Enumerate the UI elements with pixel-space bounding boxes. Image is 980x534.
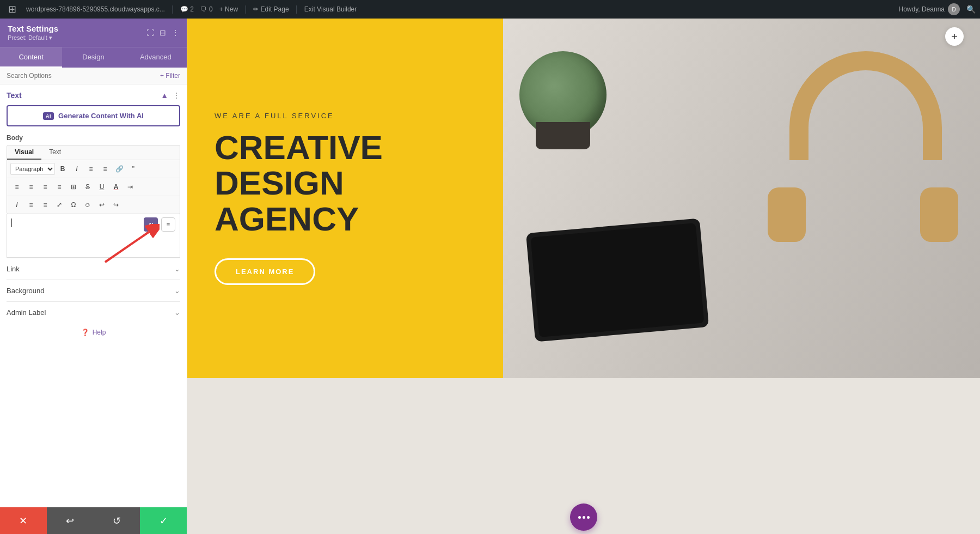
edit-page-button[interactable]: ✏ Edit Page	[253, 5, 289, 13]
editor-toolbar: Visual Text Paragraph B I ≡ ≡ 🔗 " ≡ ≡	[7, 145, 180, 214]
text-section-menu-icon[interactable]: ⋮	[173, 91, 180, 100]
hero-subtitle: WE ARE A FULL SERVICE	[215, 112, 476, 120]
more-options-icon[interactable]: ⋮	[171, 28, 179, 37]
chat-icon[interactable]: 🗨 0	[200, 5, 213, 13]
align3-button[interactable]: ≡	[39, 198, 52, 211]
panel-header-icons: ⛶ ⊟ ⋮	[146, 28, 179, 37]
headphone-image	[762, 35, 969, 242]
toolbar-row-2: ≡ ≡ ≡ ≡ ⊞ S U A ⇥	[7, 178, 180, 196]
tab-text[interactable]: Text	[41, 145, 69, 160]
panel-header: Text Settings Preset: Default ▾ ⛶ ⊟ ⋮	[0, 19, 187, 47]
fullscreen-icon[interactable]: ⛶	[146, 28, 154, 37]
main-layout: Text Settings Preset: Default ▾ ⛶ ⊟ ⋮ Co…	[0, 19, 980, 534]
wp-logo-icon[interactable]: ⊞	[4, 2, 20, 17]
exit-visual-builder-button[interactable]: Exit Visual Builder	[304, 5, 357, 13]
italic2-button[interactable]: I	[10, 198, 23, 211]
ai-generate-button[interactable]: AI Generate Content With AI	[7, 105, 180, 126]
admin-label-section-title: Admin Label	[7, 308, 46, 317]
avatar: D	[948, 3, 960, 15]
hero-title: CREATIVE DESIGN AGENCY	[215, 130, 476, 236]
tablet-device	[526, 218, 709, 342]
floating-menu-button[interactable]	[570, 503, 597, 531]
add-section-button[interactable]: +	[945, 27, 964, 46]
sep3: |	[296, 4, 298, 14]
site-url[interactable]: wordpress-784896-5290955.cloudwaysapps.c…	[26, 5, 165, 13]
ol-button[interactable]: ≡	[99, 162, 112, 175]
italic-button[interactable]: I	[70, 162, 83, 175]
svg-line-1	[105, 232, 149, 262]
confirm-button[interactable]: ✓	[140, 507, 187, 534]
link-button[interactable]: 🔗	[113, 162, 126, 175]
align-center-button[interactable]: ≡	[24, 180, 38, 193]
bottom-bar: ✕ ↩ ↺ ✓	[0, 507, 187, 534]
panel-tabs: Content Design Advanced	[0, 47, 187, 68]
table-button[interactable]: ⊞	[67, 180, 80, 193]
strikethrough-button[interactable]: S	[81, 180, 94, 193]
panel-title: Text Settings	[8, 24, 58, 33]
redo-button[interactable]: ↺	[94, 507, 140, 534]
editor-list-icon[interactable]: ≡	[161, 217, 175, 232]
hero-section: WE ARE A FULL SERVICE CREATIVE DESIGN AG…	[187, 19, 980, 378]
admin-bar: ⊞ wordpress-784896-5290955.cloudwaysapps…	[0, 0, 980, 19]
help-label: Help	[93, 329, 106, 336]
align2-button[interactable]: ≡	[24, 198, 38, 211]
filter-button[interactable]: + Filter	[160, 72, 180, 80]
justify-button[interactable]: ≡	[53, 180, 66, 193]
undo-button[interactable]: ↩	[47, 507, 94, 534]
ai-generate-label: Generate Content With AI	[58, 112, 144, 120]
admin-label-section-header[interactable]: Admin Label ⌄	[7, 308, 180, 317]
link-section-header[interactable]: Link ⌄	[7, 265, 180, 273]
expand-button[interactable]: ⤢	[53, 198, 66, 211]
quote-button[interactable]: "	[127, 162, 140, 175]
indent-button[interactable]: ⇥	[124, 180, 137, 193]
link-section-chevron-icon: ⌄	[174, 265, 180, 273]
text-cursor	[11, 219, 12, 227]
separator: |	[171, 4, 174, 14]
text-section-title: Text	[7, 91, 22, 100]
columns-icon[interactable]: ⊟	[160, 28, 166, 37]
comments-icon[interactable]: 💬 2	[180, 5, 194, 13]
editor-action-icons: AI ≡	[144, 217, 175, 232]
editor-area[interactable]: AI ≡	[7, 214, 180, 258]
cancel-button[interactable]: ✕	[0, 507, 47, 534]
link-section: Link ⌄	[7, 258, 180, 280]
hero-cta-button[interactable]: LEARN MORE	[215, 258, 315, 285]
new-button[interactable]: + New	[219, 5, 238, 13]
color-button[interactable]: A	[109, 180, 122, 193]
tab-visual[interactable]: Visual	[7, 145, 41, 160]
omega-button[interactable]: Ω	[67, 198, 80, 211]
emoji-button[interactable]: ☺	[81, 198, 94, 211]
bold-button[interactable]: B	[56, 162, 69, 175]
text-section-header: Text ▲ ⋮	[7, 91, 180, 100]
background-section-title: Background	[7, 287, 44, 295]
align-left-button[interactable]: ≡	[10, 180, 23, 193]
dot-1	[578, 516, 581, 519]
undo-edit-button[interactable]: ↩	[95, 198, 108, 211]
section-controls: ▲ ⋮	[161, 91, 180, 100]
ul-button[interactable]: ≡	[84, 162, 97, 175]
plant-pot	[536, 122, 590, 149]
redo-edit-button[interactable]: ↪	[109, 198, 122, 211]
editor-ai-icon[interactable]: AI	[144, 217, 158, 232]
text-section-collapse-icon[interactable]: ▲	[161, 91, 168, 100]
panel-content: Text ▲ ⋮ AI Generate Content With AI Bod…	[0, 84, 187, 507]
toolbar-row-3: I ≡ ≡ ⤢ Ω ☺ ↩ ↪	[7, 196, 180, 214]
search-icon[interactable]: 🔍	[966, 5, 976, 14]
paragraph-select[interactable]: Paragraph	[10, 163, 55, 175]
search-options-input[interactable]	[7, 72, 160, 80]
background-section-header[interactable]: Background ⌄	[7, 287, 180, 295]
search-bar: + Filter	[0, 68, 187, 84]
tab-advanced[interactable]: Advanced	[125, 47, 187, 68]
user-menu[interactable]: Howdy, Deanna D	[899, 3, 960, 15]
panel-preset[interactable]: Preset: Default ▾	[8, 34, 58, 41]
tab-content[interactable]: Content	[0, 47, 62, 68]
background-section: Background ⌄	[7, 280, 180, 301]
help-button[interactable]: ❓ Help	[7, 323, 180, 342]
body-label: Body	[7, 134, 180, 142]
help-circle-icon: ❓	[81, 329, 89, 336]
align-right-button[interactable]: ≡	[39, 180, 52, 193]
headphone-ear-left	[768, 187, 806, 242]
underline-button[interactable]: U	[95, 180, 108, 193]
editor-tabs: Visual Text	[7, 145, 180, 160]
tab-design[interactable]: Design	[62, 47, 124, 68]
